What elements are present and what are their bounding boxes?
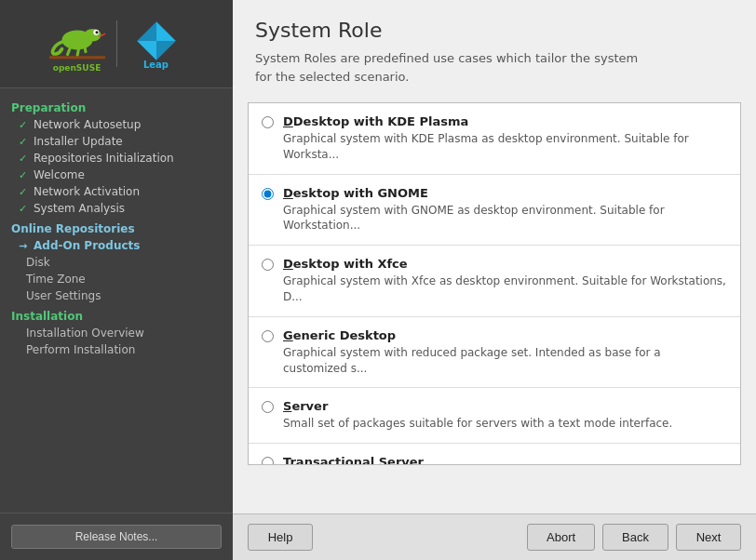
svg-line-5 — [77, 49, 79, 57]
sidebar-item-label: Repositories Initialization — [34, 152, 174, 165]
sidebar-item-label: Welcome — [34, 168, 85, 181]
role-content-xfce: Desktop with Xfce Graphical system with … — [283, 257, 727, 305]
sidebar-item-label: Installer Update — [34, 135, 123, 148]
role-content-generic-desktop: Generic Desktop Graphical system with re… — [283, 328, 727, 377]
sidebar-item-label: Perform Installation — [26, 343, 135, 356]
svg-line-4 — [67, 47, 70, 55]
svg-point-3 — [95, 31, 98, 33]
help-button[interactable]: Help — [248, 524, 313, 551]
role-desc-xfce: Graphical system with Xfce as desktop en… — [283, 273, 727, 305]
sidebar-item-user-settings[interactable]: User Settings — [0, 287, 233, 304]
role-radio-gnome[interactable] — [262, 188, 274, 200]
main-header: System Role System Roles are predefined … — [233, 0, 756, 95]
sidebar-item-label: Installation Overview — [26, 327, 144, 340]
back-button[interactable]: Back — [602, 524, 668, 551]
opensuse-logo: openSUSE openSUSE — [49, 15, 105, 73]
description-line2: for the selected scenario. — [255, 70, 409, 84]
sidebar-navigation: Preparation ✓ Network Autosetup ✓ Instal… — [0, 88, 233, 513]
sidebar-item-time-zone[interactable]: Time Zone — [0, 271, 233, 287]
svg-point-1 — [84, 29, 101, 42]
release-notes-button[interactable]: Release Notes... — [11, 525, 222, 549]
svg-marker-11 — [137, 41, 156, 60]
role-title-generic-desktop: Generic Desktop — [283, 328, 727, 342]
leap-logo: Leap Leap — [128, 18, 184, 70]
sidebar-item-repositories-init[interactable]: ✓ Repositories Initialization — [0, 150, 233, 167]
role-item-gnome[interactable]: Desktop with GNOME Graphical system with… — [249, 175, 740, 247]
role-radio-xfce[interactable] — [262, 259, 274, 271]
sidebar-item-system-analysis[interactable]: ✓ System Analysis — [0, 200, 233, 217]
sidebar-item-label: Time Zone — [26, 273, 86, 286]
check-icon: ✓ — [19, 119, 30, 131]
sidebar-item-network-autosetup[interactable]: ✓ Network Autosetup — [0, 116, 233, 133]
sidebar-item-perform-installation[interactable]: Perform Installation — [0, 341, 233, 358]
page-description: System Roles are predefined use cases wh… — [255, 49, 734, 86]
sidebar-bottom: Release Notes... — [0, 513, 233, 560]
roles-scroll-container[interactable]: DDesktop with KDE Plasma Graphical syste… — [248, 102, 741, 465]
section-installation: Installation — [0, 304, 233, 325]
sidebar-logo: openSUSE openSUSE Leap Leap — [0, 0, 233, 88]
svg-marker-10 — [137, 21, 156, 41]
role-content-transactional-server: Transactional Server Like the Server rol… — [283, 455, 727, 465]
role-desc-server: Small set of packages suitable for serve… — [283, 416, 727, 432]
role-title-xfce: Desktop with Xfce — [283, 257, 727, 271]
leap-logo-icon: Leap — [128, 18, 184, 64]
role-content-gnome: Desktop with GNOME Graphical system with… — [283, 186, 727, 234]
svg-marker-9 — [156, 21, 176, 41]
main-body: DDesktop with KDE Plasma Graphical syste… — [233, 95, 756, 513]
role-radio-server[interactable] — [262, 401, 274, 413]
main-footer: Help Abort Back Next — [233, 513, 756, 560]
description-line1: System Roles are predefined use cases wh… — [255, 51, 638, 65]
role-title-gnome: Desktop with GNOME — [283, 186, 727, 200]
role-radio-kde-plasma[interactable] — [262, 116, 274, 128]
abort-button[interactable]: Abort — [527, 524, 595, 551]
role-item-server[interactable]: Server Small set of packages suitable fo… — [249, 388, 740, 444]
section-online-repositories: Online Repositories — [0, 217, 233, 237]
role-desc-kde-plasma: Graphical system with KDE Plasma as desk… — [283, 131, 727, 163]
arrow-right-icon: → — [19, 240, 30, 252]
logo-divider — [116, 20, 117, 67]
svg-line-6 — [84, 45, 86, 52]
check-icon: ✓ — [19, 203, 30, 215]
role-title-kde-plasma: DDesktop with KDE Plasma — [283, 114, 727, 128]
page-title: System Role — [255, 19, 734, 42]
check-icon: ✓ — [19, 169, 30, 181]
sidebar-item-label: Network Autosetup — [34, 118, 141, 131]
role-radio-generic-desktop[interactable] — [262, 330, 274, 342]
sidebar-item-add-on-products[interactable]: → Add-On Products — [0, 237, 233, 254]
role-item-generic-desktop[interactable]: Generic Desktop Graphical system with re… — [249, 317, 740, 389]
sidebar-item-welcome[interactable]: ✓ Welcome — [0, 167, 233, 183]
role-radio-transactional-server[interactable] — [262, 457, 274, 465]
check-icon: ✓ — [19, 186, 30, 198]
opensuse-chameleon-icon: openSUSE — [49, 15, 105, 61]
role-content-server: Server Small set of packages suitable fo… — [283, 399, 727, 432]
svg-marker-12 — [156, 41, 176, 60]
sidebar-item-label: Network Activation — [34, 185, 140, 198]
sidebar-item-label: System Analysis — [34, 202, 125, 215]
sidebar-item-disk[interactable]: Disk — [0, 254, 233, 271]
sidebar-item-label: Add-On Products — [34, 239, 140, 252]
role-title-server: Server — [283, 399, 727, 413]
role-desc-generic-desktop: Graphical system with reduced package se… — [283, 345, 727, 377]
sidebar: openSUSE openSUSE Leap Leap Preparat — [0, 0, 233, 560]
role-content-kde-plasma: DDesktop with KDE Plasma Graphical syste… — [283, 114, 727, 163]
sidebar-item-label: User Settings — [26, 289, 101, 302]
next-button[interactable]: Next — [676, 524, 741, 551]
role-item-transactional-server[interactable]: Transactional Server Like the Server rol… — [249, 444, 740, 465]
role-item-kde-plasma[interactable]: DDesktop with KDE Plasma Graphical syste… — [249, 103, 740, 175]
sidebar-item-installer-update[interactable]: ✓ Installer Update — [0, 133, 233, 150]
check-icon: ✓ — [19, 153, 30, 165]
sidebar-item-network-activation[interactable]: ✓ Network Activation — [0, 183, 233, 200]
sidebar-item-installation-overview[interactable]: Installation Overview — [0, 325, 233, 341]
check-icon: ✓ — [19, 136, 30, 148]
role-title-transactional-server: Transactional Server — [283, 455, 727, 465]
role-item-xfce[interactable]: Desktop with Xfce Graphical system with … — [249, 246, 740, 317]
role-desc-gnome: Graphical system with GNOME as desktop e… — [283, 203, 727, 234]
logo-area: openSUSE openSUSE Leap Leap — [49, 15, 184, 73]
main-content: System Role System Roles are predefined … — [233, 0, 756, 560]
sidebar-item-label: Disk — [26, 256, 50, 269]
section-preparation: Preparation — [0, 96, 233, 116]
